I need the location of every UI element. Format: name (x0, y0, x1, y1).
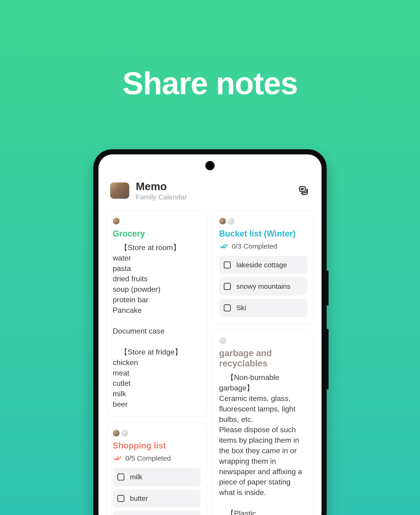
owner-avatar (219, 218, 226, 225)
owner-avatar (227, 218, 234, 225)
volume-button (327, 271, 329, 306)
note-body: 【Store at room】 water pasta dried fruits… (113, 242, 201, 410)
checklist-item[interactable]: snowy mountains (219, 277, 307, 295)
note-card-garbage[interactable]: garbage and recyclables 【Non-burnable ga… (213, 330, 314, 515)
front-camera (205, 161, 215, 170)
checklist-item[interactable]: Ski (219, 299, 307, 317)
checklist-item[interactable]: lakeside cottage (219, 256, 307, 274)
note-owners (219, 337, 307, 344)
checklist-label: snowy mountains (236, 282, 291, 290)
page-title: Memo (136, 180, 290, 193)
note-owners (113, 430, 201, 437)
checkbox[interactable] (224, 283, 231, 290)
note-card-bucket-list[interactable]: Bucket list (Winter) 0/3 Completed lakes… (213, 210, 314, 324)
note-owners (219, 218, 307, 225)
checklist-label: lakeside cottage (236, 261, 287, 269)
note-body: 【Non-burnable garbage】 Ceramic items, gl… (219, 372, 307, 515)
messages-icon (298, 185, 309, 196)
owner-avatar (121, 430, 128, 437)
note-title: Bucket list (Winter) (219, 229, 307, 239)
double-check-icon (114, 454, 121, 462)
page-subtitle: Family Calendar (136, 193, 290, 201)
checkbox[interactable] (224, 261, 231, 268)
note-card-shopping[interactable]: Shopping list 0/5 Completed milk butter (106, 422, 207, 515)
progress-row: 0/5 Completed (114, 454, 201, 462)
checklist-item[interactable]: milk (113, 468, 201, 486)
checklist-item[interactable]: butter (113, 489, 201, 508)
checkbox[interactable] (117, 495, 124, 502)
note-title: garbage and recyclables (219, 348, 307, 368)
progress-text: 0/3 Completed (232, 242, 277, 250)
note-title: Shopping list (113, 441, 201, 451)
owner-avatar (113, 218, 120, 225)
owner-avatar (219, 337, 226, 344)
marketing-headline: Share notes (0, 65, 420, 102)
progress-row: 0/3 Completed (220, 242, 307, 250)
checkbox[interactable] (117, 473, 124, 480)
family-avatar[interactable] (110, 182, 129, 199)
checklist-item[interactable]: apple (113, 511, 201, 515)
progress-text: 0/5 Completed (125, 454, 171, 462)
checklist-label: Ski (236, 304, 246, 312)
checkbox[interactable] (224, 304, 231, 311)
phone-screen: Memo Family Calendar Grocery (98, 154, 322, 515)
checklist-label: milk (130, 473, 142, 481)
checklist-label: butter (130, 494, 148, 502)
double-check-icon (220, 242, 228, 250)
notes-grid: Grocery 【Store at room】 water pasta drie… (98, 208, 322, 515)
messages-button[interactable] (297, 184, 310, 197)
note-card-grocery[interactable]: Grocery 【Store at room】 water pasta drie… (106, 210, 207, 417)
phone-frame: Memo Family Calendar Grocery (93, 149, 327, 515)
owner-avatar (113, 430, 120, 437)
power-button (327, 329, 329, 390)
note-title: Grocery (113, 229, 201, 239)
note-owners (113, 218, 201, 225)
